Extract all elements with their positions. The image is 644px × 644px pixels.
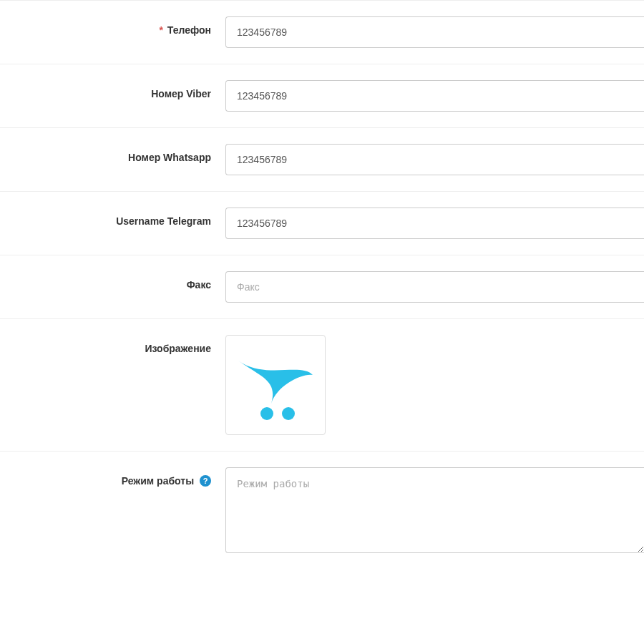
input-wrap-phone: [225, 16, 644, 48]
telegram-input[interactable]: [225, 208, 644, 239]
input-wrap-fax: [225, 271, 644, 303]
svg-point-0: [260, 407, 273, 420]
viber-input[interactable]: [225, 80, 644, 112]
label-phone-text: Телефон: [167, 24, 211, 36]
svg-point-1: [282, 407, 295, 420]
whatsapp-input[interactable]: [225, 144, 644, 175]
fax-input[interactable]: [225, 271, 644, 303]
form-row-telegram: Username Telegram: [0, 191, 644, 255]
label-viber-text: Номер Viber: [151, 88, 211, 99]
input-wrap-viber: [225, 80, 644, 112]
input-wrap-hours: [225, 467, 644, 553]
label-viber: Номер Viber: [0, 80, 225, 99]
label-whatsapp: Номер Whatsapp: [0, 144, 225, 163]
label-telegram-text: Username Telegram: [116, 215, 211, 227]
label-image: Изображение: [0, 335, 225, 354]
image-picker[interactable]: [225, 335, 326, 435]
label-image-text: Изображение: [145, 343, 211, 354]
opencart-logo-icon: [233, 348, 318, 423]
label-phone: * Телефон: [0, 16, 225, 36]
phone-input[interactable]: [225, 16, 644, 48]
form-row-hours: Режим работы ?: [0, 451, 644, 569]
label-hours-text: Режим работы: [122, 475, 194, 487]
input-wrap-telegram: [225, 208, 644, 239]
label-telegram: Username Telegram: [0, 208, 225, 227]
form-row-whatsapp: Номер Whatsapp: [0, 127, 644, 191]
form-row-phone: * Телефон: [0, 0, 644, 64]
form-row-viber: Номер Viber: [0, 64, 644, 127]
input-wrap-whatsapp: [225, 144, 644, 175]
label-hours: Режим работы ?: [0, 467, 225, 487]
hours-textarea[interactable]: [225, 467, 644, 553]
form-row-image: Изображение: [0, 318, 644, 451]
help-icon[interactable]: ?: [200, 475, 211, 487]
input-wrap-image: [225, 335, 644, 435]
label-whatsapp-text: Номер Whatsapp: [128, 152, 211, 163]
required-star-icon: *: [159, 24, 162, 36]
label-fax: Факс: [0, 271, 225, 291]
label-fax-text: Факс: [187, 279, 211, 291]
form-row-fax: Факс: [0, 255, 644, 318]
